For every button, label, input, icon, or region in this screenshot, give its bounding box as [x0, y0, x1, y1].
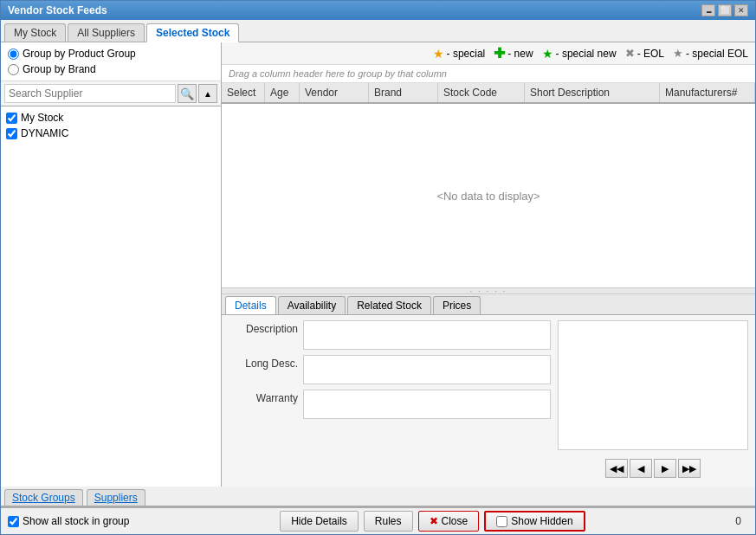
nav-prev-button[interactable]: ◀ — [630, 459, 652, 478]
show-all-stock-label: Show all stock in group — [23, 515, 129, 527]
description-label: Description — [229, 320, 298, 335]
legend-special: ★ - special — [433, 47, 486, 61]
show-all-stock-checkbox-label[interactable]: Show all stock in group — [8, 515, 129, 527]
col-vendor[interactable]: Vendor — [300, 83, 369, 102]
col-desc[interactable]: Short Description — [525, 83, 660, 102]
star-eol-icon: ★ — [673, 47, 683, 60]
field-row-warranty: Warranty — [229, 390, 551, 419]
detail-tab-prices[interactable]: Prices — [433, 296, 481, 314]
radio-group-by-product[interactable]: Group by Product Group — [8, 48, 214, 60]
col-brand[interactable]: Brand — [369, 83, 438, 102]
legend-new: ✚ - new — [494, 45, 533, 61]
minimize-button[interactable]: 🗕 — [701, 4, 715, 16]
collapse-button[interactable]: ▲ — [198, 84, 217, 103]
nav-next-button[interactable]: ▶ — [654, 459, 676, 478]
hide-details-button[interactable]: Hide Details — [280, 511, 359, 532]
drag-hint: Drag a column header here to group by th… — [222, 65, 755, 83]
legend-eol-label: - EOL — [637, 48, 664, 60]
supplier-item[interactable]: My Stock — [4, 110, 217, 126]
supplier-mystock-label: My Stock — [21, 112, 63, 124]
show-hidden-checkbox[interactable] — [496, 516, 507, 527]
detail-content: Description Long Desc. Warranty — [222, 315, 755, 487]
search-input[interactable] — [4, 84, 176, 103]
detail-tabs: Details Availability Related Stock Price… — [222, 294, 755, 315]
tab-my-stock[interactable]: My Stock — [4, 23, 66, 42]
close-button[interactable]: ✖ Close — [418, 511, 480, 532]
main-window: Vendor Stock Feeds 🗕 ⬜ ✕ My Stock All Su… — [0, 0, 756, 535]
main-content: Group by Product Group Group by Brand 🔍 … — [1, 42, 755, 487]
nav-last-button[interactable]: ▶▶ — [678, 459, 701, 478]
col-select[interactable]: Select — [222, 83, 265, 102]
legend-special-new: ★ - special new — [542, 47, 617, 61]
search-bar: 🔍 ▲ — [1, 81, 221, 106]
radio-product-label: Group by Product Group — [23, 48, 136, 60]
detail-tab-details[interactable]: Details — [225, 296, 276, 314]
show-all-stock-checkbox[interactable] — [8, 516, 19, 527]
star-special-new-icon: ★ — [542, 47, 553, 61]
col-age[interactable]: Age — [265, 83, 300, 102]
supplier-dynamic-checkbox[interactable] — [6, 128, 17, 139]
bottom-tab-stock-groups[interactable]: Stock Groups — [4, 489, 83, 506]
grid-area: Select Age Vendor Brand Stock Code Short… — [222, 83, 755, 287]
warranty-label: Warranty — [229, 390, 298, 404]
legend-special-eol-label: - special EOL — [686, 48, 748, 60]
col-stock[interactable]: Stock Code — [438, 83, 525, 102]
long-desc-input[interactable] — [303, 355, 551, 384]
legend-bar: ★ - special ✚ - new ★ - special new ✖ - … — [222, 42, 755, 65]
supplier-list: My Stock DYNAMIC — [1, 106, 221, 487]
legend-eol: ✖ - EOL — [625, 47, 664, 60]
detail-tab-availability[interactable]: Availability — [278, 296, 346, 314]
nav-first-button[interactable]: ◀◀ — [605, 459, 628, 478]
footer-buttons: Hide Details Rules ✖ Close Show Hidden — [280, 511, 585, 532]
footer-left: Show all stock in group — [8, 515, 129, 527]
bottom-tab-suppliers[interactable]: Suppliers — [87, 489, 145, 506]
restore-button[interactable]: ⬜ — [718, 4, 732, 16]
right-panel: ★ - special ✚ - new ★ - special new ✖ - … — [222, 42, 755, 487]
window-title: Vendor Stock Feeds — [8, 4, 107, 16]
star-special-icon: ★ — [433, 47, 444, 61]
radio-brand-label: Group by Brand — [23, 63, 96, 75]
search-button[interactable]: 🔍 — [178, 84, 197, 103]
col-mfr[interactable]: Manufacturers# — [660, 83, 755, 102]
nav-buttons: ◀◀ ◀ ▶ ▶▶ — [558, 455, 748, 481]
count-badge: 0 — [735, 515, 748, 527]
title-bar-controls: 🗕 ⬜ ✕ — [701, 4, 748, 16]
eol-icon: ✖ — [625, 47, 635, 60]
grid-header: Select Age Vendor Brand Stock Code Short… — [222, 83, 755, 104]
supplier-dynamic-label: DYNAMIC — [21, 127, 68, 139]
tab-selected-stock[interactable]: Selected Stock — [146, 23, 239, 42]
close-button[interactable]: ✕ — [734, 4, 748, 16]
detail-fields: Description Long Desc. Warranty — [229, 320, 551, 481]
rules-button[interactable]: Rules — [364, 511, 413, 532]
description-input[interactable] — [303, 320, 551, 350]
detail-tab-related-stock[interactable]: Related Stock — [347, 296, 431, 314]
show-hidden-button[interactable]: Show Hidden — [484, 511, 585, 532]
supplier-item[interactable]: DYNAMIC — [4, 126, 217, 141]
radio-group-by-brand[interactable]: Group by Brand — [8, 63, 214, 75]
empty-message: <No data to display> — [436, 190, 540, 203]
detail-image-area — [558, 320, 748, 450]
tab-all-suppliers[interactable]: All Suppliers — [68, 23, 145, 42]
legend-special-new-label: - special new — [556, 48, 617, 60]
long-desc-label: Long Desc. — [229, 355, 298, 370]
field-row-description: Description — [229, 320, 551, 350]
warranty-input[interactable] — [303, 390, 551, 419]
legend-new-label: - new — [507, 48, 533, 60]
bottom-tab-bar: Stock Groups Suppliers — [1, 487, 755, 506]
radio-group: Group by Product Group Group by Brand — [1, 42, 221, 81]
legend-special-label: - special — [447, 48, 486, 60]
main-tab-bar: My Stock All Suppliers Selected Stock — [1, 20, 755, 42]
footer: Show all stock in group Hide Details Rul… — [1, 506, 755, 534]
legend-special-eol: ★ - special EOL — [673, 47, 748, 60]
plus-new-icon: ✚ — [494, 45, 505, 61]
title-bar: Vendor Stock Feeds 🗕 ⬜ ✕ — [1, 1, 755, 20]
radio-product-input[interactable] — [8, 48, 19, 60]
radio-brand-input[interactable] — [8, 64, 19, 75]
field-row-long-desc: Long Desc. — [229, 355, 551, 384]
splitter[interactable]: · · · · · — [222, 287, 755, 294]
left-panel: Group by Product Group Group by Brand 🔍 … — [1, 42, 222, 487]
close-icon: ✖ — [430, 515, 438, 527]
grid-body: <No data to display> — [222, 104, 755, 287]
supplier-mystock-checkbox[interactable] — [6, 113, 17, 124]
